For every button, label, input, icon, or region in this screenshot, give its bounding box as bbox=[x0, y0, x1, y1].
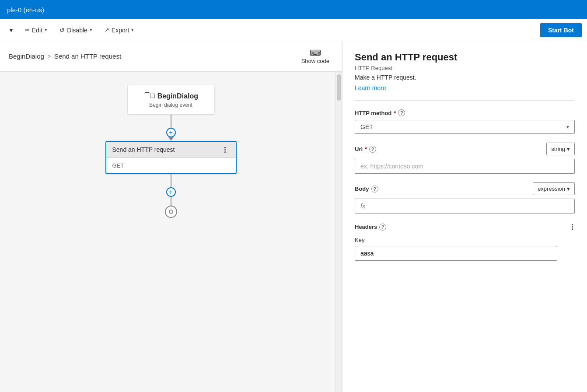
edit-button[interactable]: ✏ Edit ▾ bbox=[21, 24, 52, 36]
body-input[interactable] bbox=[355, 199, 575, 214]
url-type-chevron-icon: ▾ bbox=[567, 146, 570, 152]
panel-title: Send an HTTP request bbox=[355, 52, 575, 63]
add-node-button-1[interactable]: + bbox=[166, 128, 176, 137]
connector-line-2 bbox=[171, 174, 171, 187]
http-method-chevron-icon: ▾ bbox=[566, 124, 569, 130]
url-label-row: Url * ? string ▾ bbox=[355, 143, 575, 155]
headers-label: Headers ? bbox=[355, 224, 386, 231]
headers-label-row: Headers ? bbox=[355, 222, 575, 231]
headers-actions-menu[interactable] bbox=[570, 222, 575, 231]
body-label-row: Body ? expression ▾ bbox=[355, 182, 575, 195]
edit-chevron-icon: ▾ bbox=[45, 27, 47, 33]
headers-label-text: Headers bbox=[355, 224, 377, 230]
export-icon: ↗ bbox=[105, 27, 109, 33]
export-button[interactable]: ↗ Export ▾ bbox=[100, 24, 138, 36]
show-code-button[interactable]: ⌨ Show code bbox=[298, 46, 333, 66]
key-label: Key bbox=[355, 237, 575, 243]
panel-divider bbox=[355, 100, 575, 101]
start-bot-button[interactable]: Start Bot bbox=[540, 23, 582, 37]
arrow-1 bbox=[168, 137, 174, 141]
url-type-dropdown[interactable]: string ▾ bbox=[546, 143, 575, 155]
key-input[interactable] bbox=[355, 246, 557, 261]
show-code-icon: ⌨ bbox=[310, 48, 321, 58]
headers-field: Headers ? Key bbox=[355, 222, 575, 261]
canvas: ⌒□ BeginDialog Begin dialog event + Send… bbox=[0, 72, 342, 392]
main-content: BeginDialog > Send an HTTP request ⌨ Sho… bbox=[0, 41, 587, 392]
http-method-dropdown[interactable]: GET ▾ bbox=[355, 120, 575, 134]
show-code-label: Show code bbox=[301, 58, 329, 64]
add-node-button-2[interactable]: + bbox=[166, 187, 176, 197]
disable-icon: ↺ bbox=[59, 27, 65, 34]
body-label: Body ? bbox=[355, 186, 378, 192]
edit-label: Edit bbox=[32, 27, 42, 34]
breadcrumb: BeginDialog > Send an HTTP request bbox=[9, 52, 121, 60]
url-required: * bbox=[365, 146, 367, 152]
url-input[interactable] bbox=[355, 159, 575, 174]
right-panel: Send an HTTP request HTTP Request Make a… bbox=[342, 41, 587, 392]
panel-description: Make a HTTP request. bbox=[355, 74, 575, 81]
begin-dialog-icon: ⌒□ bbox=[143, 91, 155, 101]
connector-line-1 bbox=[171, 115, 171, 128]
http-method-field: HTTP method * ? GET ▾ bbox=[355, 109, 575, 134]
connector-line-3 bbox=[171, 197, 171, 206]
http-request-title: Send an HTTP request bbox=[112, 146, 175, 153]
panel-subtitle: HTTP Request bbox=[355, 65, 575, 71]
url-field: Url * ? string ▾ bbox=[355, 143, 575, 174]
disable-label: Disable bbox=[67, 27, 87, 34]
scroll-thumb bbox=[337, 74, 341, 101]
headers-help-icon[interactable]: ? bbox=[379, 224, 386, 231]
url-label-text: Url bbox=[355, 146, 363, 152]
canvas-panel: BeginDialog > Send an HTTP request ⌨ Sho… bbox=[0, 41, 342, 392]
end-node-inner bbox=[169, 210, 173, 214]
url-type-value: string bbox=[551, 146, 565, 152]
http-method-label-text: HTTP method bbox=[355, 110, 391, 116]
disable-chevron-icon: ▾ bbox=[90, 27, 92, 33]
body-type-dropdown[interactable]: expression ▾ bbox=[533, 182, 575, 195]
breadcrumb-parent[interactable]: BeginDialog bbox=[9, 52, 44, 60]
back-button[interactable]: ▾ bbox=[5, 24, 17, 36]
http-method-value: GET bbox=[360, 123, 373, 130]
begin-dialog-title: ⌒□ BeginDialog bbox=[136, 91, 206, 101]
disable-button[interactable]: ↺ Disable ▾ bbox=[55, 24, 97, 36]
scrollbar[interactable] bbox=[335, 72, 342, 392]
learn-more-link[interactable]: Learn more bbox=[355, 84, 386, 91]
http-request-method-display: GET bbox=[106, 158, 236, 173]
app-title: ple-0 (en-us) bbox=[7, 6, 44, 14]
breadcrumb-current: Send an HTTP request bbox=[54, 52, 121, 60]
body-label-text: Body bbox=[355, 186, 369, 192]
body-type-value: expression bbox=[538, 186, 565, 192]
breadcrumb-separator: > bbox=[48, 53, 51, 60]
http-request-header: Send an HTTP request bbox=[106, 142, 236, 158]
begin-dialog-label: BeginDialog bbox=[157, 92, 198, 100]
body-field: Body ? expression ▾ bbox=[355, 182, 575, 214]
http-method-required: * bbox=[394, 110, 396, 116]
http-request-node[interactable]: Send an HTTP request GET bbox=[105, 141, 237, 174]
chevron-down-icon: ▾ bbox=[10, 27, 13, 34]
body-help-icon[interactable]: ? bbox=[371, 186, 378, 192]
url-help-icon[interactable]: ? bbox=[369, 146, 376, 153]
breadcrumb-bar: BeginDialog > Send an HTTP request ⌨ Sho… bbox=[0, 41, 342, 72]
http-request-menu-button[interactable] bbox=[221, 147, 230, 153]
http-method-label: HTTP method * ? bbox=[355, 109, 575, 116]
flow-container: ⌒□ BeginDialog Begin dialog event + Send… bbox=[105, 85, 237, 218]
edit-icon: ✏ bbox=[25, 27, 30, 33]
toolbar: ▾ ✏ Edit ▾ ↺ Disable ▾ ↗ Export ▾ Start … bbox=[0, 19, 587, 41]
http-method-help-icon[interactable]: ? bbox=[398, 109, 405, 116]
begin-dialog-subtitle: Begin dialog event bbox=[136, 102, 206, 108]
export-chevron-icon: ▾ bbox=[131, 27, 134, 33]
begin-dialog-node[interactable]: ⌒□ BeginDialog Begin dialog event bbox=[127, 85, 215, 115]
export-label: Export bbox=[112, 27, 129, 34]
body-type-chevron-icon: ▾ bbox=[567, 186, 570, 192]
top-bar: ple-0 (en-us) bbox=[0, 0, 587, 19]
url-label: Url * ? bbox=[355, 146, 376, 153]
end-node bbox=[165, 206, 177, 218]
